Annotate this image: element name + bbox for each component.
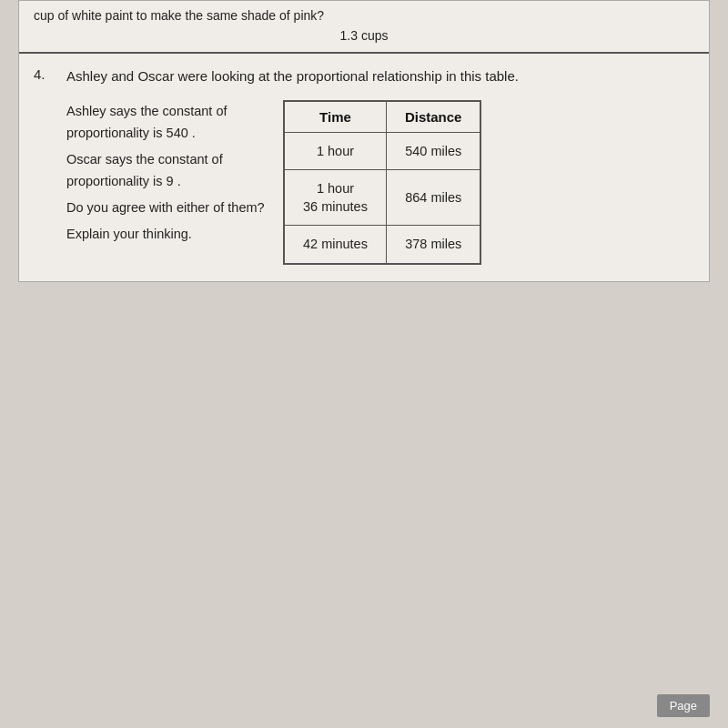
question-intro: Ashley and Oscar were looking at the pro… bbox=[66, 66, 519, 87]
page-wrapper: cup of white paint to make the same shad… bbox=[0, 0, 728, 728]
distance-cell-1: 540 miles bbox=[386, 132, 480, 169]
answer-text: 1.3 cups bbox=[34, 28, 694, 43]
distance-cell-3: 378 miles bbox=[386, 226, 480, 264]
oscar-statement: Oscar says the constant of proportionali… bbox=[66, 148, 267, 193]
ashley-statement: Ashley says the constant of proportional… bbox=[66, 100, 267, 145]
question-number: 4. bbox=[34, 66, 66, 82]
content-layout: Ashley says the constant of proportional… bbox=[34, 100, 694, 265]
time-cell-1: 1 hour bbox=[284, 132, 386, 169]
table-row: 1 hour 540 miles bbox=[284, 132, 480, 169]
table-row: 1 hour36 minutes 864 miles bbox=[284, 169, 480, 226]
time-header: Time bbox=[284, 101, 386, 133]
agree-question: Do you agree with either of them? bbox=[66, 197, 267, 219]
worksheet-container: cup of white paint to make the same shad… bbox=[18, 0, 710, 282]
proportional-table: Time Distance 1 hour 540 miles 1 hour36 … bbox=[283, 100, 481, 265]
left-description: Ashley says the constant of proportional… bbox=[66, 100, 267, 249]
time-cell-2: 1 hour36 minutes bbox=[284, 169, 386, 226]
page-button[interactable]: Page bbox=[657, 694, 710, 717]
time-cell-3: 42 minutes bbox=[284, 226, 386, 264]
question-section: 4. Ashley and Oscar were looking at the … bbox=[19, 54, 709, 281]
explain-question: Explain your thinking. bbox=[66, 223, 267, 246]
top-section: cup of white paint to make the same shad… bbox=[19, 1, 709, 54]
distance-header: Distance bbox=[386, 101, 480, 133]
table-row: 42 minutes 378 miles bbox=[284, 226, 480, 264]
top-question-text: cup of white paint to make the same shad… bbox=[34, 8, 694, 23]
question-header: 4. Ashley and Oscar were looking at the … bbox=[34, 66, 694, 87]
distance-cell-2: 864 miles bbox=[386, 169, 480, 226]
page-button-container: Page bbox=[657, 694, 710, 717]
